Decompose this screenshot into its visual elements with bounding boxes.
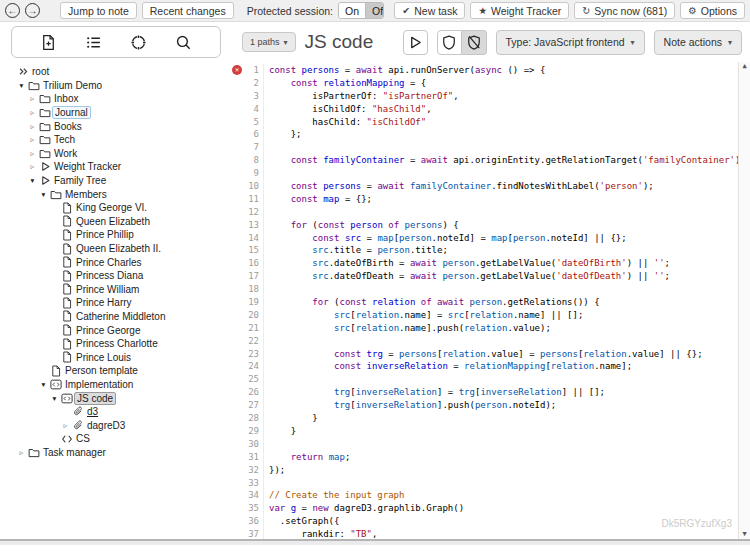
crosshair-button[interactable] xyxy=(127,30,151,54)
tree-item-label[interactable]: Prince Harry xyxy=(74,297,134,308)
expand-icon[interactable]: ▹ xyxy=(27,94,38,103)
tree-item-label[interactable]: CS xyxy=(74,433,92,444)
tree-item[interactable]: ▾Members xyxy=(0,187,232,201)
tree-item[interactable]: ▹Weight Tracker xyxy=(0,160,232,174)
error-marker-icon[interactable]: ✕ xyxy=(232,65,242,75)
tree-item[interactable]: ▾JS code xyxy=(0,391,232,405)
tree-item-label[interactable]: Queen Elizabeth II. xyxy=(74,243,163,254)
tree-item[interactable]: Prince William xyxy=(0,283,232,297)
note-title[interactable]: JS code xyxy=(305,31,394,53)
tree-item[interactable]: Prince George xyxy=(0,323,232,337)
tree-item-label[interactable]: King George VI. xyxy=(74,202,149,213)
tree-item[interactable]: Queen Elizabeth II. xyxy=(0,242,232,256)
expand-icon[interactable]: ▹ xyxy=(60,421,71,430)
horizontal-scrollbar[interactable] xyxy=(0,539,750,545)
tree-item[interactable]: root xyxy=(0,65,232,79)
tree-item-label[interactable]: Prince Charles xyxy=(74,257,144,268)
expand-icon[interactable]: ▹ xyxy=(27,108,38,117)
tree-item[interactable]: Person template xyxy=(0,364,232,378)
expand-icon[interactable]: ▹ xyxy=(27,122,38,131)
tree-item[interactable]: ▹Work xyxy=(0,147,232,161)
collapse-icon[interactable]: ▾ xyxy=(38,380,49,389)
tree-item[interactable]: Prince Phillip xyxy=(0,228,232,242)
tree-item[interactable]: ▾Family Tree xyxy=(0,174,232,188)
tree-item-label[interactable]: Inbox xyxy=(52,93,80,104)
tree-item-label[interactable]: Books xyxy=(52,121,84,132)
tree-item-label[interactable]: Princess Diana xyxy=(74,270,145,281)
tree-item[interactable]: Princess Charlotte xyxy=(0,337,232,351)
note-actions-button[interactable]: Note actions ▾ xyxy=(654,30,742,55)
tree-item-label[interactable]: Person template xyxy=(63,365,140,376)
new-note-button[interactable] xyxy=(37,30,61,54)
collapse-icon[interactable]: ▾ xyxy=(16,81,27,90)
code-text: const src = map[person.noteId] = map[per… xyxy=(264,232,627,245)
scroll-down-icon[interactable]: ▼ xyxy=(742,531,746,538)
tree-item[interactable]: ▾Trilium Demo xyxy=(0,79,232,93)
tree-item-label[interactable]: Prince Louis xyxy=(74,352,133,363)
tree-item[interactable]: ▹Journal xyxy=(0,106,232,120)
tree-item-label[interactable]: d3 xyxy=(85,406,100,417)
tree-item[interactable]: Queen Elizabeth xyxy=(0,215,232,229)
expand-icon[interactable]: ▹ xyxy=(27,135,38,144)
tree-item[interactable]: ▹Inbox xyxy=(0,92,232,106)
expand-icon[interactable]: ▹ xyxy=(16,448,27,457)
tree-item[interactable]: ▹Books xyxy=(0,119,232,133)
tree-item-label[interactable]: Prince George xyxy=(74,325,142,336)
history-forward-button[interactable]: → xyxy=(25,3,40,18)
sync-now-button[interactable]: ↻ Sync now (681) xyxy=(574,2,675,19)
tree-item-label[interactable]: Implementation xyxy=(63,379,135,390)
editor-scrollbar[interactable]: ▲ ▼ xyxy=(738,62,750,539)
search-button[interactable] xyxy=(172,30,196,54)
note-type-button[interactable]: Type: JavaScript frontend ▾ xyxy=(496,30,645,55)
table-of-contents-button[interactable] xyxy=(82,30,106,54)
code-editor[interactable]: ✕1const persons = await api.runOnServer(… xyxy=(232,62,750,539)
tree-item[interactable]: Princess Diana xyxy=(0,269,232,283)
tree-item[interactable]: ▹Task manager xyxy=(0,446,232,460)
tree-item-label[interactable]: Journal xyxy=(52,106,91,119)
new-task-button[interactable]: ✔ New task xyxy=(394,2,465,19)
tree-item-label[interactable]: Trilium Demo xyxy=(41,80,104,91)
tree-item-label[interactable]: Work xyxy=(52,148,79,159)
tree-item[interactable]: ▹Tech xyxy=(0,133,232,147)
tree-item[interactable]: ▾Implementation xyxy=(0,378,232,392)
weight-tracker-button[interactable]: ★ Weight Tracker xyxy=(470,2,569,19)
tree-item-label[interactable]: Task manager xyxy=(41,447,108,458)
tree-item[interactable]: ▹dagreD3 xyxy=(0,418,232,432)
expand-icon[interactable]: ▹ xyxy=(27,149,38,158)
tree-item-label[interactable]: Weight Tracker xyxy=(52,161,123,172)
tree-item[interactable]: CS xyxy=(0,432,232,446)
tree-item[interactable]: Catherine Middleton xyxy=(0,310,232,324)
tree-item-label[interactable]: Princess Charlotte xyxy=(74,338,160,349)
tree-item-label[interactable]: root xyxy=(30,66,51,77)
tree-item[interactable]: Prince Charles xyxy=(0,255,232,269)
tree-item-label[interactable]: Family Tree xyxy=(52,175,108,186)
tree-item[interactable]: Prince Louis xyxy=(0,350,232,364)
options-button[interactable]: ⚙ Options xyxy=(680,2,745,19)
note-paths-button[interactable]: 1 paths ▾ xyxy=(242,32,296,52)
protected-session-off-button[interactable]: Off xyxy=(366,3,384,18)
tree-item-label[interactable]: Prince Phillip xyxy=(74,229,136,240)
tree-item-label[interactable]: Queen Elizabeth xyxy=(74,216,152,227)
execute-script-button[interactable] xyxy=(403,30,428,55)
protect-note-button[interactable] xyxy=(437,30,462,55)
tree-item-label[interactable]: dagreD3 xyxy=(85,420,127,431)
tree-item-label[interactable]: Members xyxy=(63,189,109,200)
tree-item-label[interactable]: Tech xyxy=(52,134,77,145)
protected-session-on-button[interactable]: On xyxy=(339,3,366,18)
expand-icon[interactable]: ▹ xyxy=(27,162,38,171)
tree-item[interactable]: Prince Harry xyxy=(0,296,232,310)
scroll-up-icon[interactable]: ▲ xyxy=(742,63,746,70)
unprotect-note-button[interactable] xyxy=(462,30,487,55)
tree-item-label[interactable]: JS code xyxy=(74,392,116,405)
tree-item-label[interactable]: Catherine Middleton xyxy=(74,311,168,322)
tree-item[interactable]: King George VI. xyxy=(0,201,232,215)
code-line: 6 }; xyxy=(232,128,738,141)
tree-item[interactable]: d3 xyxy=(0,405,232,419)
collapse-icon[interactable]: ▾ xyxy=(38,190,49,199)
collapse-icon[interactable]: ▾ xyxy=(49,394,60,403)
recent-changes-button[interactable]: Recent changes xyxy=(142,2,234,19)
tree-item-label[interactable]: Prince William xyxy=(74,284,141,295)
history-back-button[interactable]: ← xyxy=(5,3,20,18)
collapse-icon[interactable]: ▾ xyxy=(27,176,38,185)
jump-to-note-button[interactable]: Jump to note xyxy=(60,2,137,19)
